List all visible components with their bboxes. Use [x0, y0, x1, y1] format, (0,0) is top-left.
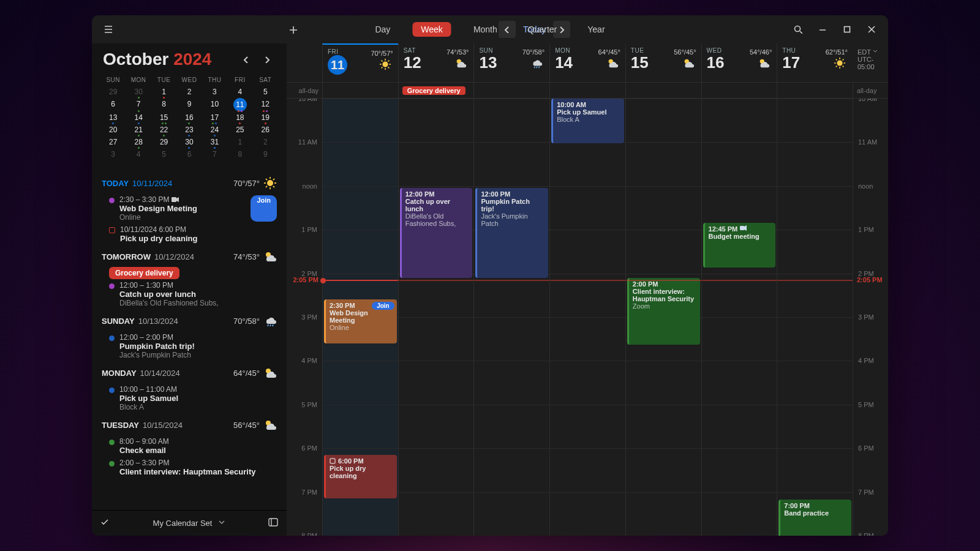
minical-day[interactable]: 13	[100, 111, 126, 124]
minical-day[interactable]: 19	[253, 111, 278, 124]
day-header[interactable]: SAT 12 74°/53°	[398, 43, 474, 82]
time-grid[interactable]: 10 AM11 AMnoon1 PM2 PM3 PM4 PM5 PM6 PM7 …	[287, 99, 888, 536]
calendar-event[interactable]: 12:45 PM Budget meeting	[703, 223, 776, 268]
minical-day[interactable]: 15	[151, 111, 176, 124]
agenda-list[interactable]: TODAY10/11/2024 70°/57°2:30 – 3:30 PM We…	[92, 168, 287, 510]
day-column[interactable]: 7:00 PM Band practice	[777, 99, 853, 536]
minical-day[interactable]: 20	[100, 124, 126, 136]
calendar-event[interactable]: 12:00 PM Pumpkin Patch trip!Jack's Pumpk…	[475, 188, 548, 277]
minical-day[interactable]: 4	[126, 148, 151, 160]
minical-day[interactable]: 27	[100, 136, 126, 148]
task-checkbox-icon[interactable]	[109, 227, 115, 233]
minical-day[interactable]: 7	[126, 98, 151, 111]
day-header[interactable]: FRI 11 70°/57°	[322, 43, 398, 82]
calendar-event[interactable]: 7:00 PM Band practice	[778, 500, 851, 536]
minical-day[interactable]: 31	[202, 136, 227, 148]
search-button[interactable]	[786, 18, 810, 40]
minical-day[interactable]: 8	[227, 148, 252, 160]
mini-calendar[interactable]: SUNMONTUEWEDTHUFRISAT2930123456789101112…	[92, 73, 287, 168]
prev-month-button[interactable]	[238, 51, 255, 68]
agenda-item[interactable]: 10/11/2024 6:00 PM Pick up dry cleaning	[102, 223, 277, 245]
minical-day[interactable]: 14	[126, 111, 151, 124]
agenda-item[interactable]: 10:00 – 11:00 AM Pick up SamuelBlock A	[102, 383, 277, 413]
all-day-chip[interactable]: Grocery delivery	[109, 267, 179, 279]
minical-day[interactable]: 3	[202, 86, 227, 98]
minical-day[interactable]: 7	[202, 148, 227, 160]
month-year-label: October 2024	[103, 50, 211, 69]
view-day[interactable]: Day	[366, 22, 399, 37]
calendar-event[interactable]: 2:00 PM Client interview: Hauptman Secur…	[627, 278, 700, 345]
menu-button[interactable]	[97, 18, 120, 40]
view-week[interactable]: Week	[412, 22, 451, 37]
day-column[interactable]: 12:45 PM Budget meeting	[701, 99, 777, 536]
join-button[interactable]: Join	[372, 302, 394, 310]
timezone-label[interactable]: EDT UTC-05:00	[853, 43, 888, 82]
view-month[interactable]: Month	[465, 22, 506, 37]
minical-day[interactable]: 22	[151, 124, 176, 136]
sidebar: October 2024 SUNMONTUEWEDTHUFRISAT293012…	[92, 43, 287, 536]
maximize-button[interactable]	[835, 18, 859, 40]
minical-day[interactable]: 1	[227, 136, 252, 148]
minical-day[interactable]: 4	[227, 86, 252, 98]
minical-day[interactable]: 17	[202, 111, 227, 124]
minical-day[interactable]: 5	[253, 86, 278, 98]
view-switcher: Day Week Month Quarter Year	[366, 22, 613, 37]
day-header[interactable]: THU 17 62°/51°	[777, 43, 853, 82]
minical-day[interactable]: 30	[126, 86, 151, 98]
minical-day[interactable]: 23	[176, 124, 202, 136]
day-column[interactable]: 12:00 PM Pumpkin Patch trip!Jack's Pumpk…	[473, 99, 549, 536]
calendar-event[interactable]: 10:00 AM Pick up SamuelBlock A	[551, 99, 624, 143]
minical-day[interactable]: 3	[100, 148, 126, 160]
agenda-item[interactable]: 2:00 – 3:30 PM Client interview: Hauptma…	[102, 457, 277, 478]
all-day-event: Grocery delivery	[402, 86, 466, 95]
minical-day[interactable]: 18	[227, 111, 252, 124]
day-header[interactable]: MON 14 64°/45°	[549, 43, 625, 82]
minical-day[interactable]: 29	[100, 86, 126, 98]
minical-day[interactable]: 2	[253, 136, 278, 148]
minical-day[interactable]: 10	[202, 98, 227, 111]
minical-day[interactable]: 6	[100, 98, 126, 111]
minical-day[interactable]: 5	[151, 148, 176, 160]
minical-day[interactable]: 9	[176, 98, 202, 111]
minical-day[interactable]: 2	[176, 86, 202, 98]
minical-day[interactable]: 24	[202, 124, 227, 136]
minical-day[interactable]: 30	[176, 136, 202, 148]
view-quarter[interactable]: Quarter	[519, 22, 565, 37]
join-button[interactable]: Join	[251, 195, 277, 222]
day-column[interactable]: 12:00 PM Catch up over lunchDiBella's Ol…	[398, 99, 474, 536]
app-window: Today Day Week Month Quarter Year Octobe…	[92, 15, 888, 536]
new-event-button[interactable]	[282, 18, 304, 40]
next-month-button[interactable]	[258, 51, 276, 68]
view-year[interactable]: Year	[579, 22, 613, 37]
minical-day[interactable]: 12	[253, 98, 278, 111]
agenda-item[interactable]: 2:30 – 3:30 PM Web Design MeetingOnlineJ…	[102, 193, 277, 223]
minimize-button[interactable]	[811, 18, 834, 40]
agenda-item[interactable]: 8:00 – 9:00 AM Check email	[102, 435, 277, 457]
minical-day[interactable]: 9	[253, 148, 278, 160]
day-header[interactable]: TUE 15 56°/45°	[625, 43, 701, 82]
minical-day[interactable]: 16	[176, 111, 202, 124]
minical-day[interactable]: 21	[126, 124, 151, 136]
day-column[interactable]: 2:00 PM Client interview: Hauptman Secur…	[625, 99, 701, 536]
calendar-event[interactable]: 2:30 PM Join Web Design MeetingOnline	[324, 299, 397, 343]
minical-day[interactable]: 25	[227, 124, 252, 136]
agenda-item[interactable]: 12:00 – 2:00 PM Pumpkin Patch trip!Jack'…	[102, 331, 277, 361]
day-column[interactable]: 2:30 PM Join Web Design MeetingOnline 6:…	[322, 99, 398, 536]
agenda-item[interactable]: 12:00 – 1:30 PM Catch up over lunchDiBel…	[102, 279, 277, 309]
day-header[interactable]: WED 16 54°/46°	[701, 43, 777, 82]
minical-day[interactable]: 8	[151, 98, 176, 111]
calendar-event[interactable]: 6:00 PM Pick up dry cleaning	[324, 455, 397, 498]
close-button[interactable]	[860, 18, 883, 40]
minical-day[interactable]: 29	[151, 136, 176, 148]
minical-day[interactable]: 1	[151, 86, 176, 98]
minical-day[interactable]: 11	[233, 98, 247, 111]
day-header[interactable]: SUN 13 70°/58°	[473, 43, 549, 82]
event-dot-icon	[109, 461, 115, 467]
calendar-set-bar[interactable]: My Calendar Set	[92, 510, 287, 536]
minical-day[interactable]: 26	[253, 124, 278, 136]
day-column[interactable]: 10:00 AM Pick up SamuelBlock A	[549, 99, 625, 536]
panel-toggle-icon[interactable]	[268, 518, 278, 528]
minical-day[interactable]: 6	[176, 148, 202, 160]
calendar-event[interactable]: 12:00 PM Catch up over lunchDiBella's Ol…	[400, 188, 473, 277]
minical-day[interactable]: 28	[126, 136, 151, 148]
